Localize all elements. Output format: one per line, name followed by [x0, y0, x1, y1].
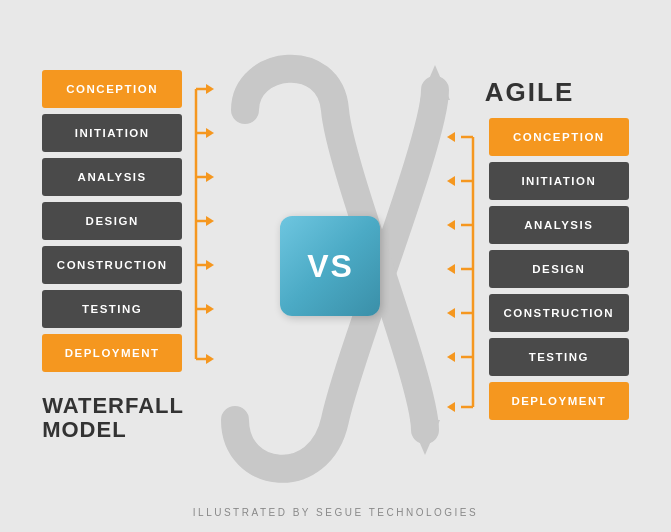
agile-bracket	[445, 118, 485, 426]
waterfall-steps-wrapper: CONCEPTIONINITIATIONANALYSISDESIGNCONSTR…	[42, 70, 216, 378]
agile-step-1: INITIATION	[489, 162, 629, 200]
agile-step-3: DESIGN	[489, 250, 629, 288]
waterfall-bracket	[186, 70, 216, 378]
agile-title: AGILE	[485, 77, 574, 108]
svg-marker-27	[447, 308, 455, 318]
waterfall-step-0: CONCEPTION	[42, 70, 182, 108]
svg-marker-10	[206, 216, 214, 226]
waterfall-label: WATERFALL MODEL	[42, 394, 184, 442]
center-section: VS	[280, 216, 380, 316]
waterfall-step-6: DEPLOYMENT	[42, 334, 182, 372]
svg-marker-16	[206, 354, 214, 364]
agile-step-2: ANALYSIS	[489, 206, 629, 244]
svg-marker-6	[206, 128, 214, 138]
footer-text: ILLUSTRATED BY SEGUE TECHNOLOGIES	[0, 507, 671, 518]
svg-marker-31	[447, 402, 455, 412]
agile-step-0: CONCEPTION	[489, 118, 629, 156]
agile-step-4: CONSTRUCTION	[489, 294, 629, 332]
waterfall-column: CONCEPTIONINITIATIONANALYSISDESIGNCONSTR…	[42, 70, 216, 442]
svg-marker-23	[447, 220, 455, 230]
svg-marker-21	[447, 176, 455, 186]
svg-marker-25	[447, 264, 455, 274]
waterfall-step-3: DESIGN	[42, 202, 182, 240]
agile-steps-wrapper: CONCEPTIONINITIATIONANALYSISDESIGNCONSTR…	[445, 118, 629, 426]
svg-marker-29	[447, 352, 455, 362]
agile-steps-list: CONCEPTIONINITIATIONANALYSISDESIGNCONSTR…	[489, 118, 629, 420]
main-container: CONCEPTIONINITIATIONANALYSISDESIGNCONSTR…	[0, 0, 671, 532]
waterfall-steps-list: CONCEPTIONINITIATIONANALYSISDESIGNCONSTR…	[42, 70, 182, 372]
svg-marker-14	[206, 304, 214, 314]
waterfall-step-2: ANALYSIS	[42, 158, 182, 196]
waterfall-step-5: TESTING	[42, 290, 182, 328]
svg-marker-30	[447, 132, 455, 142]
waterfall-step-1: INITIATION	[42, 114, 182, 152]
vs-box: VS	[280, 216, 380, 316]
waterfall-step-4: CONSTRUCTION	[42, 246, 182, 284]
svg-marker-12	[206, 260, 214, 270]
svg-marker-8	[206, 172, 214, 182]
agile-step-6: DEPLOYMENT	[489, 382, 629, 420]
svg-marker-15	[206, 84, 214, 94]
agile-step-5: TESTING	[489, 338, 629, 376]
agile-column: AGILE	[445, 77, 629, 426]
